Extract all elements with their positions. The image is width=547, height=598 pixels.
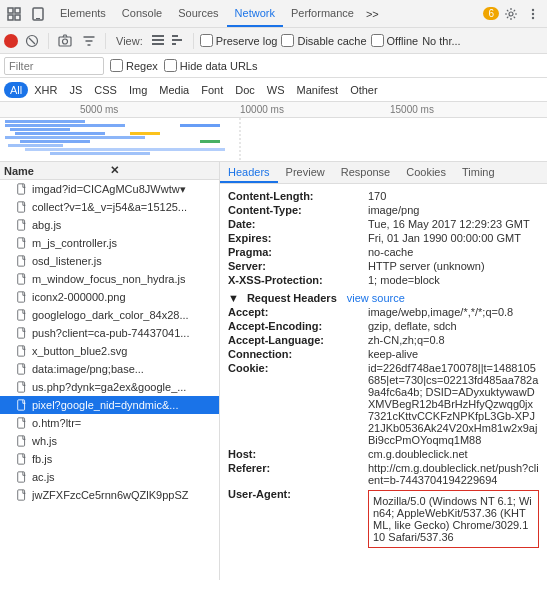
svg-point-6 xyxy=(509,12,513,16)
tab-sources[interactable]: Sources xyxy=(170,0,226,27)
svg-point-8 xyxy=(532,12,534,14)
tab-performance[interactable]: Performance xyxy=(283,0,362,27)
filter-input[interactable] xyxy=(4,57,104,75)
file-icon xyxy=(16,309,28,321)
list-item[interactable]: m_window_focus_non_hydra.js xyxy=(0,270,219,288)
disable-cache-label[interactable]: Disable cache xyxy=(281,34,366,47)
list-item[interactable]: iconx2-000000.png xyxy=(0,288,219,306)
devtools-tab-bar: Elements Console Sources Network Perform… xyxy=(0,0,547,28)
inspect-icon[interactable] xyxy=(4,4,24,24)
list-item[interactable]: ac.js xyxy=(0,468,219,486)
waterfall-view-button[interactable] xyxy=(169,32,187,50)
hide-data-urls-label[interactable]: Hide data URLs xyxy=(164,59,258,72)
type-btn-xhr[interactable]: XHR xyxy=(28,82,63,98)
view-source-link[interactable]: view source xyxy=(347,292,405,304)
file-name: collect?v=1&_v=j54&a=15125... xyxy=(32,201,187,213)
tab-network[interactable]: Network xyxy=(227,0,283,27)
disable-cache-checkbox[interactable] xyxy=(281,34,294,47)
list-item[interactable]: pixel?google_nid=dyndmic&... xyxy=(0,396,219,414)
svg-rect-21 xyxy=(5,124,125,127)
type-btn-js[interactable]: JS xyxy=(63,82,88,98)
file-name: iconx2-000000.png xyxy=(32,291,126,303)
tab-console[interactable]: Console xyxy=(114,0,170,27)
detail-tab-cookies[interactable]: Cookies xyxy=(398,162,454,183)
type-btn-img[interactable]: Img xyxy=(123,82,153,98)
header-name: Expires: xyxy=(228,232,368,244)
type-btn-font[interactable]: Font xyxy=(195,82,229,98)
svg-rect-23 xyxy=(15,132,105,135)
request-headers-section: ▼ Request Headers view source xyxy=(228,292,539,304)
header-name: Content-Type: xyxy=(228,204,368,216)
file-icon xyxy=(16,183,28,195)
preserve-log-checkbox[interactable] xyxy=(200,34,213,47)
list-item[interactable]: googlelogo_dark_color_84x28... xyxy=(0,306,219,324)
header-row: User-Agent:Mozilla/5.0 (Windows NT 6.1; … xyxy=(228,488,539,550)
tab-more-button[interactable]: >> xyxy=(362,8,383,20)
list-item[interactable]: abg.js xyxy=(0,216,219,234)
timeline-ruler: 5000 ms 10000 ms 15000 ms xyxy=(0,102,547,118)
more-options-icon[interactable] xyxy=(523,4,543,24)
file-icon xyxy=(16,255,28,267)
list-item[interactable]: us.php?dynk=ga2ex&google_... xyxy=(0,378,219,396)
list-view-button[interactable] xyxy=(149,32,167,50)
list-item[interactable]: osd_listener.js xyxy=(0,252,219,270)
list-item[interactable]: push?client=ca-pub-74437041... xyxy=(0,324,219,342)
regex-label[interactable]: Regex xyxy=(110,59,158,72)
list-item[interactable]: data:image/png;base... xyxy=(0,360,219,378)
detail-tab-timing[interactable]: Timing xyxy=(454,162,503,183)
header-value: no-cache xyxy=(368,246,413,258)
list-item[interactable]: m_js_controller.js xyxy=(0,234,219,252)
type-btn-other[interactable]: Other xyxy=(344,82,384,98)
svg-rect-14 xyxy=(152,35,164,37)
separator xyxy=(48,33,49,49)
preserve-log-label[interactable]: Preserve log xyxy=(200,34,278,47)
main-area: Name ✕ imgad?id=CICAgMCu8JWwtw▾collect?v… xyxy=(0,162,547,580)
list-item[interactable]: x_button_blue2.svg xyxy=(0,342,219,360)
list-item[interactable]: imgad?id=CICAgMCu8JWwtw▾ xyxy=(0,180,219,198)
header-name: Content-Length: xyxy=(228,190,368,202)
header-row: Expires:Fri, 01 Jan 1990 00:00:00 GMT xyxy=(228,232,539,244)
record-button[interactable] xyxy=(4,34,18,48)
type-btn-media[interactable]: Media xyxy=(153,82,195,98)
list-item[interactable]: o.htm?ltr= xyxy=(0,414,219,432)
filter-icon[interactable] xyxy=(79,31,99,51)
network-toolbar: View: Preserve log Disable cache Offline… xyxy=(0,28,547,54)
tab-elements[interactable]: Elements xyxy=(52,0,114,27)
file-name: abg.js xyxy=(32,219,61,231)
type-btn-manifest[interactable]: Manifest xyxy=(291,82,345,98)
svg-rect-36 xyxy=(18,238,25,248)
offline-checkbox[interactable] xyxy=(371,34,384,47)
close-panel-button[interactable]: ✕ xyxy=(110,164,216,177)
list-item[interactable]: fb.js xyxy=(0,450,219,468)
type-btn-doc[interactable]: Doc xyxy=(229,82,261,98)
svg-rect-37 xyxy=(18,256,25,266)
mobile-icon[interactable] xyxy=(28,4,48,24)
response-headers: Content-Length:170Content-Type:image/png… xyxy=(228,190,539,286)
detail-tab-headers[interactable]: Headers xyxy=(220,162,278,183)
file-name: m_js_controller.js xyxy=(32,237,117,249)
header-row: Host:cm.g.doubleclick.net xyxy=(228,448,539,460)
type-btn-css[interactable]: CSS xyxy=(88,82,123,98)
list-item[interactable]: jwZFXFzcCe5rnn6wQZlK9ppSZ xyxy=(0,486,219,504)
detail-tab-preview[interactable]: Preview xyxy=(278,162,333,183)
hide-data-urls-checkbox[interactable] xyxy=(164,59,177,72)
type-btn-all[interactable]: All xyxy=(4,82,28,98)
file-icon xyxy=(16,471,28,483)
camera-icon[interactable] xyxy=(55,31,75,51)
list-item[interactable]: collect?v=1&_v=j54&a=15125... xyxy=(0,198,219,216)
type-btn-ws[interactable]: WS xyxy=(261,82,291,98)
clear-button[interactable] xyxy=(22,31,42,51)
svg-rect-22 xyxy=(10,128,70,131)
file-name: us.php?dynk=ga2ex&google_... xyxy=(32,381,186,393)
svg-rect-35 xyxy=(18,220,25,230)
regex-checkbox[interactable] xyxy=(110,59,123,72)
offline-label[interactable]: Offline xyxy=(371,34,419,47)
svg-rect-27 xyxy=(25,148,225,151)
user-agent-value: Mozilla/5.0 (Windows NT 6.1; Win64; Appl… xyxy=(368,490,539,548)
header-value: image/webp,image/*,*/*;q=0.8 xyxy=(368,306,513,318)
list-item[interactable]: wh.js xyxy=(0,432,219,450)
settings-icon[interactable] xyxy=(501,4,521,24)
detail-tab-response[interactable]: Response xyxy=(333,162,399,183)
file-list: Name ✕ imgad?id=CICAgMCu8JWwtw▾collect?v… xyxy=(0,162,220,580)
header-name: Referer: xyxy=(228,462,368,486)
